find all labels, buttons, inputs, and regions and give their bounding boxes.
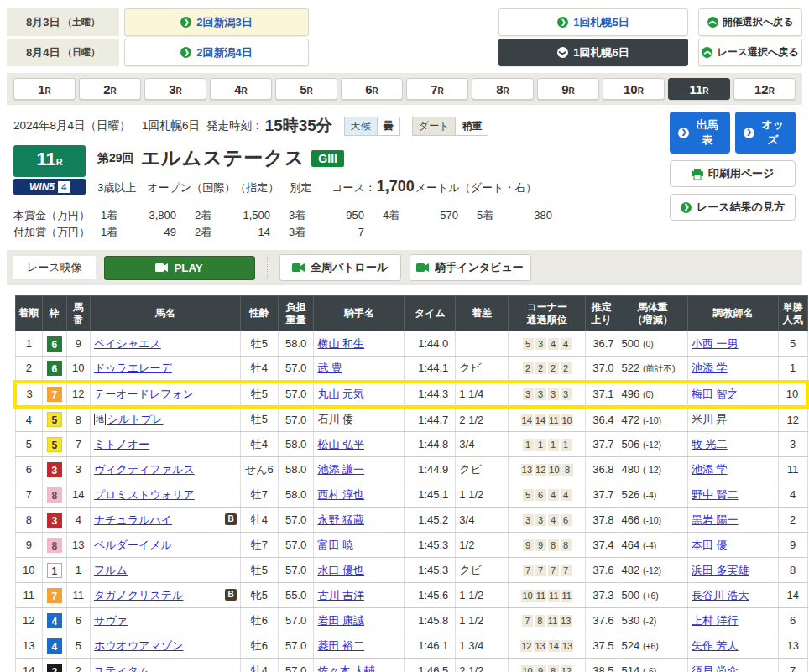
column-header: 馬名 — [90, 296, 240, 331]
jockey-link[interactable]: 永野 猛蔵 — [317, 513, 364, 526]
result-row: 557ミトノオー牡458.0松山 弘平1:44.83/4111137.7506 … — [15, 432, 807, 457]
weather-badge: 天候 曇 — [344, 117, 400, 136]
trainer-link[interactable]: 牧 光二 — [692, 438, 728, 451]
trainer-link[interactable]: 黒岩 陽一 — [692, 513, 739, 526]
kaisai-button-1回札幌6日[interactable]: ❯1回札幌6日 — [498, 39, 688, 66]
race-tab-8r[interactable]: 8R — [472, 78, 534, 100]
race-tab-2r[interactable]: 2R — [79, 78, 141, 100]
horse-link[interactable]: ドゥラエレーデ — [94, 362, 172, 374]
horse-link[interactable]: ユティタム — [94, 664, 150, 672]
horse-link[interactable]: ミトノオー — [94, 438, 149, 451]
body-weight: 530 (-2) — [618, 608, 687, 633]
last-3f-time: 37.6 — [585, 558, 618, 583]
race-tab-7r[interactable]: 7R — [406, 78, 468, 100]
horse-link[interactable]: ペイシャエス — [94, 337, 161, 350]
back-button-kaisai[interactable]: ❯開催選択へ戻る — [698, 8, 802, 36]
result-guide-button[interactable]: ❯ レース結果の見方 — [670, 194, 796, 221]
bracket-number: 4 — [47, 638, 62, 654]
jockey-link[interactable]: 松山 弘平 — [317, 438, 364, 451]
finish-position: 9 — [15, 533, 43, 558]
horse-link[interactable]: テーオードレフォン — [94, 388, 194, 400]
jockey-link[interactable]: 丸山 元気 — [317, 388, 364, 400]
jockey-link[interactable]: 横山 和生 — [317, 337, 364, 350]
result-row: 11711タガノクリステルB牝555.0古川 吉洋1:45.61 1/21011… — [15, 583, 807, 608]
horse-link[interactable]: ホウオウアマゾン — [94, 639, 183, 652]
body-weight: 472 (-10) — [618, 407, 687, 432]
jockey-link[interactable]: 菱田 裕二 — [317, 639, 364, 652]
trainer-link[interactable]: 野中 賢二 — [692, 488, 739, 501]
trainer-link[interactable]: 浜田 多実雄 — [692, 564, 749, 576]
result-row: 2610ドゥラエレーデ牡457.0武 豊1:44.1クビ222237.0522 … — [15, 357, 807, 382]
race-tab-4r[interactable]: 4R — [210, 78, 272, 100]
trainer-link[interactable]: 小西 一男 — [692, 337, 739, 350]
corner-positions: 9988 — [509, 533, 586, 558]
trainer-link[interactable]: 上村 洋行 — [692, 614, 739, 627]
jockey-link[interactable]: 富田 暁 — [317, 539, 353, 551]
carried-weight: 55.0 — [278, 583, 314, 608]
race-tab-6r[interactable]: 6R — [341, 78, 403, 100]
kaisai-button-1回札幌5日[interactable]: ❯1回札幌5日 — [498, 8, 688, 36]
jockey-link[interactable]: 西村 淳也 — [317, 488, 364, 501]
jockey-link[interactable]: 佐々木 大輔 — [317, 664, 375, 672]
patrol-video-button[interactable]: 全周パトロール — [279, 254, 401, 281]
play-button[interactable]: PLAY — [104, 256, 255, 280]
bracket-number: 2 — [47, 664, 62, 672]
finish-time: 1:45.2 — [404, 508, 456, 533]
trainer-link[interactable]: 本田 優 — [692, 539, 728, 551]
print-page-button[interactable]: 印刷用ページ — [670, 160, 796, 187]
race-tab-10r[interactable]: 10R — [603, 78, 665, 100]
side-buttons: ❯ 出馬表 ❯ オッズ 印刷用ページ ❯ レース結果の見方 — [670, 112, 796, 221]
horse-link[interactable]: サヴァ — [94, 614, 128, 627]
horse-link[interactable]: ヴィクティファルス — [94, 463, 195, 476]
horse-name-cell: タガノクリステルB — [90, 583, 240, 608]
horse-link[interactable]: シルトプレ — [107, 413, 164, 425]
column-header: 騎手名 — [314, 296, 404, 331]
race-tab-9r[interactable]: 9R — [537, 78, 599, 100]
trainer-cell: 須貝 尚介 — [687, 659, 778, 672]
jockey-link[interactable]: 古川 吉洋 — [317, 589, 364, 602]
kaisai-button-2回新潟3日[interactable]: ❯2回新潟3日 — [124, 8, 309, 36]
horse-link[interactable]: ベルダーイメル — [94, 539, 172, 551]
race-tab-12r[interactable]: 12R — [733, 78, 796, 100]
body-weight: 500 (0) — [618, 331, 687, 357]
carried-weight: 57.0 — [278, 659, 314, 672]
last-3f-time: 37.4 — [585, 533, 618, 558]
horse-link[interactable]: フルム — [94, 564, 128, 576]
track-condition-badge: ダート 稍重 — [412, 117, 489, 136]
trainer-link[interactable]: 梅田 智之 — [692, 388, 739, 400]
horse-link[interactable]: プロミストウォリア — [94, 488, 195, 501]
jockey-interview-button[interactable]: 騎手インタビュー — [410, 254, 531, 281]
jockey-link[interactable]: 岩田 康誠 — [317, 614, 364, 627]
horse-number: 3 — [66, 457, 90, 482]
race-tab-3r[interactable]: 3R — [144, 78, 206, 100]
trainer-link[interactable]: 矢作 芳人 — [692, 639, 739, 652]
shutsuba-button[interactable]: ❯ 出馬表 — [670, 112, 730, 154]
jockey-cell: 菱田 裕二 — [314, 633, 404, 659]
finish-time: 1:45.1 — [404, 482, 456, 508]
horse-number: 8 — [66, 407, 90, 432]
kaisai-button-2回新潟4日[interactable]: ❯2回新潟4日 — [124, 39, 309, 66]
trainer-link[interactable]: 池添 学 — [692, 362, 728, 374]
jockey-link[interactable]: 池添 謙一 — [317, 463, 364, 476]
win-popularity: 3 — [778, 432, 807, 457]
jockey-link[interactable]: 水口 優也 — [317, 564, 364, 576]
horse-number: 9 — [66, 331, 90, 357]
finish-position: 1 — [15, 331, 43, 357]
results-table: 着順枠馬番馬名性齢負担重量騎手名タイム着差コーナー通過順位推定上り馬体重（増減）… — [13, 295, 809, 672]
back-button-race[interactable]: ❯レース選択へ戻る — [698, 39, 802, 66]
trainer-link[interactable]: 長谷川 浩大 — [692, 589, 749, 602]
race-tab-1r[interactable]: 1R — [13, 78, 76, 100]
finish-time: 1:45.3 — [404, 533, 456, 558]
trainer-link[interactable]: 池添 学 — [692, 463, 728, 476]
finish-position: 14 — [15, 659, 43, 672]
bracket-cell: 6 — [43, 331, 66, 357]
horse-link[interactable]: ナチュラルハイ — [94, 513, 172, 526]
body-weight: 506 (-12) — [618, 432, 687, 457]
race-tab-11r[interactable]: 11R — [668, 78, 730, 100]
jockey-link[interactable]: 武 豊 — [317, 362, 342, 374]
race-tab-5r[interactable]: 5R — [275, 78, 337, 100]
horse-number: 4 — [66, 508, 90, 533]
horse-link[interactable]: タガノクリステル — [94, 589, 183, 602]
trainer-link[interactable]: 須貝 尚介 — [692, 664, 739, 672]
odds-button[interactable]: ❯ オッズ — [735, 112, 796, 154]
